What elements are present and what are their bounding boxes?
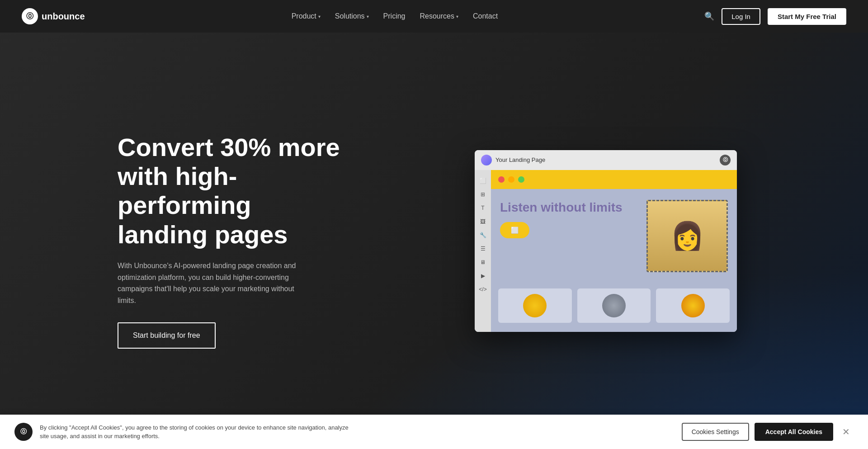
banner-dot-yellow	[508, 176, 514, 183]
tool-select[interactable]: ⬜	[476, 175, 489, 187]
nav-resources[interactable]: Resources ▾	[420, 12, 458, 20]
hero-cta-button[interactable]: Start building for free	[118, 322, 216, 349]
nav-actions: 🔍 Log In Start My Free Trial	[704, 8, 846, 25]
hero-title: Convert 30% more with high-performing la…	[118, 133, 344, 250]
cookie-banner: ⓪ By clicking "Accept All Cookies", you …	[0, 415, 868, 449]
tool-media[interactable]: ▶	[476, 269, 489, 282]
tool-widget[interactable]: 🔧	[476, 229, 489, 241]
nav-contact[interactable]: Contact	[473, 12, 498, 20]
tool-text[interactable]: T	[476, 202, 489, 214]
card-avatar-3	[681, 294, 705, 317]
preview-body: ⬜ ⊞ T 🖼 🔧 ☰ 🖥 ▶ </>	[475, 170, 737, 332]
trial-button[interactable]: Start My Free Trial	[768, 8, 846, 25]
page-avatar	[481, 155, 492, 165]
hero-section: Convert 30% more with high-performing la…	[0, 0, 868, 449]
preview-card-1	[498, 288, 572, 323]
preview-banner	[491, 170, 737, 189]
nav-pricing[interactable]: Pricing	[383, 12, 406, 20]
chevron-down-icon: ▾	[367, 14, 369, 19]
cookie-text: By clicking "Accept All Cookies", you ag…	[40, 423, 356, 441]
preview-heading: Listen without limits	[500, 200, 639, 215]
hero-description: With Unbounce's AI-powered landing page …	[118, 260, 307, 306]
preview-window: Your Landing Page ⓪ ⬜ ⊞ T 🖼 🔧 ☰ 🖥 ▶ </>	[475, 150, 737, 332]
navbar: ⓪ unbounce Product ▾ Solutions ▾ Pricing…	[0, 0, 868, 33]
hero-visual: Your Landing Page ⓪ ⬜ ⊞ T 🖼 🔧 ☰ 🖥 ▶ </>	[371, 150, 841, 332]
nav-solutions[interactable]: Solutions ▾	[335, 12, 369, 20]
chevron-down-icon: ▾	[456, 14, 458, 19]
preview-cta-button: ⬜	[500, 222, 529, 238]
tool-image[interactable]: 🖼	[476, 215, 489, 228]
logo[interactable]: ⓪ unbounce	[22, 8, 85, 24]
preview-titlebar-left: Your Landing Page	[481, 155, 545, 165]
tool-section[interactable]: ☰	[476, 242, 489, 255]
cookie-settings-button[interactable]: Cookies Settings	[682, 423, 749, 441]
preview-toolbar: ⬜ ⊞ T 🖼 🔧 ☰ 🖥 ▶ </>	[475, 170, 491, 332]
tool-code[interactable]: </>	[476, 283, 489, 296]
preview-cards	[491, 283, 737, 332]
preview-card-2	[577, 288, 651, 323]
page-label: Your Landing Page	[495, 156, 545, 163]
logo-icon: ⓪	[22, 8, 38, 24]
card-avatar-1	[523, 294, 547, 317]
search-icon[interactable]: 🔍	[704, 11, 714, 21]
hero-content: Convert 30% more with high-performing la…	[118, 133, 344, 349]
banner-dot-red	[498, 176, 505, 183]
preview-main: Listen without limits ⬜ 👩	[491, 189, 737, 283]
tool-layout[interactable]: 🖥	[476, 256, 489, 269]
login-button[interactable]: Log In	[722, 8, 760, 25]
tool-grid[interactable]: ⊞	[476, 188, 489, 201]
card-avatar-2	[602, 294, 626, 317]
brand-name: unbounce	[42, 11, 85, 22]
preview-content: Listen without limits ⬜ 👩	[491, 170, 737, 332]
cookie-actions: Cookies Settings Accept All Cookies ✕	[682, 423, 854, 441]
cookie-accept-button[interactable]: Accept All Cookies	[755, 423, 833, 441]
cookie-logo: ⓪	[14, 423, 33, 441]
cookie-left: ⓪ By clicking "Accept All Cookies", you …	[14, 423, 356, 441]
preview-person: 👩	[648, 201, 726, 271]
chevron-down-icon: ▾	[318, 14, 321, 19]
nav-product[interactable]: Product ▾	[292, 12, 321, 20]
preview-image: 👩	[646, 200, 728, 272]
cookie-close-button[interactable]: ✕	[839, 425, 854, 439]
preview-text-area: Listen without limits ⬜	[500, 200, 639, 239]
preview-titlebar: Your Landing Page ⓪	[475, 150, 737, 170]
nav-links: Product ▾ Solutions ▾ Pricing Resources …	[292, 12, 498, 20]
banner-dot-green	[518, 176, 524, 183]
preview-card-3	[656, 288, 730, 323]
preview-brand-icon: ⓪	[720, 155, 731, 165]
